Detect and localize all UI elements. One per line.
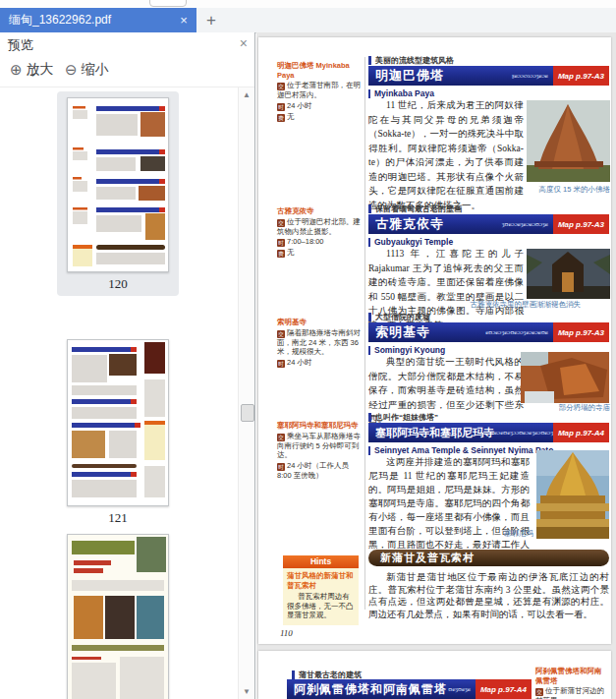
- sidebar-scrollbar[interactable]: ▲ ▼: [238, 87, 254, 699]
- margin-note-gubyaukgyi: 古雅克依寺 交位于明迦巴村北部。建筑物内禁止摄影。 时7:00–18:00 费无: [277, 206, 362, 258]
- hints-body: 普瓦索村周边有很多佛塔，无一不凸显蒲甘景观。: [283, 590, 359, 625]
- pdf-page-121-partial: 蒲甘最古老的建筑 阿刹佩雷佛塔和阿南佩雷塔 ʊɕȝʊɕȝɕ Map p.97-A…: [258, 651, 611, 699]
- thumbnail-image-120[interactable]: [67, 97, 169, 272]
- map-badge: Map p.97-A4: [476, 679, 532, 699]
- section-title: 索明基寺: [368, 323, 430, 341]
- newbagan-banner: 新蒲甘及普瓦索村: [368, 550, 609, 566]
- margin-title: 索明基寺: [277, 318, 362, 327]
- margin-note-myinkaba: 明迦巴佛塔 Myinkaba Paya 交位于老蒲甘南部，在明迦巴村落内。 时2…: [277, 61, 362, 122]
- zoom-in-icon: ⊕: [10, 61, 23, 79]
- transport-icon: 交: [277, 330, 285, 338]
- margin-title: 古雅克依寺: [277, 206, 362, 216]
- section-title: 阿刹佩雷佛塔和阿南佩雷塔: [287, 681, 447, 698]
- hints-label: Hints: [283, 555, 359, 568]
- thumbnail-mini-121: [68, 340, 168, 505]
- hours-icon: 时: [277, 360, 285, 368]
- section-name-en: Myinkaba Paya: [368, 89, 434, 98]
- margin-text: 24 小时: [287, 358, 311, 367]
- map-badge: Map p.97-A3: [553, 66, 609, 86]
- margin-line: 交位于老蒲甘南部，在明迦巴村落内。: [277, 81, 362, 100]
- burmese-script: ʂɕɔɔcoɔɔȝɕɔɕ: [444, 72, 553, 80]
- thumbnail-image-122[interactable]: [67, 534, 169, 699]
- transport-icon: 交: [277, 219, 285, 227]
- margin-text: 位于新蒲甘河边的村落里，: [535, 686, 604, 699]
- fee-icon: 费: [277, 250, 285, 258]
- section-name-en: Gubyaukgyi Temple: [368, 238, 453, 247]
- section-tagline: 保留着缅甸最古老的壁画: [368, 204, 462, 213]
- map-badge: Map p.97-A3: [553, 214, 609, 234]
- margin-line: 交位于明迦巴村北部。建筑物内禁止摄影。: [277, 217, 362, 237]
- pdf-content-area[interactable]: 明迦巴佛塔 Myinkaba Paya 交位于老蒲甘南部，在明迦巴村落内。 时2…: [256, 32, 616, 699]
- transport-icon: 交: [277, 434, 285, 441]
- margin-note-seinnyet: 塞耶阿玛寺和塞耶尼玛寺 交乘坐马车从那格雍塔寺向南行驶约 5 分钟即可到达。 时…: [277, 421, 362, 480]
- section-tagline: 美丽的流线型建筑风格: [368, 56, 454, 65]
- section-banner-gubyaukgyi: 古雅克依寺 ȝʊɕɔɔɕȝɕɔɕɔʊɔȝɕ Map p.97-A3: [368, 214, 609, 234]
- thumbnail-page-120[interactable]: 120: [57, 91, 179, 296]
- section-title: 明迦巴佛塔: [368, 67, 444, 85]
- margin-text: 24 小时: [287, 101, 311, 110]
- zoom-in-button[interactable]: ⊕ 放大: [10, 61, 54, 79]
- section-tagline: 大型僧院的废墟: [368, 313, 430, 321]
- margin-text: 无: [287, 112, 295, 121]
- section-banner-seinnyet: 塞耶阿玛寺和塞耶尼玛寺 ɕɔɕʊɕȝɔɔʊɕɔɕȝɕɔʊɕɔȝɕɔɕ Map p…: [368, 423, 609, 442]
- section-banner-somingyi: 索明基寺 ɕʊɔɕɔȝɕɔʊɕɔɔȝɕɔɕɔɕʊɕ Map p.97-A3: [368, 322, 609, 342]
- clipped-top-button[interactable]: [149, 0, 187, 7]
- sidebar-close-icon[interactable]: ×: [240, 35, 248, 51]
- tab-close-icon[interactable]: ×: [174, 13, 194, 28]
- burmese-script: ɕʊɔɕɔȝɕɔʊɕɔɔȝɕɔɕɔɕʊɕ: [430, 328, 553, 336]
- zoom-out-label: 缩小: [82, 61, 109, 79]
- margin-text: 无: [287, 248, 295, 257]
- new-tab-button[interactable]: +: [198, 8, 224, 32]
- section-name-en: Seinnyet Ama Temple & Seinnyet Nyima Pat…: [368, 446, 553, 455]
- section-body: 11 世纪，后来成为君王的阿奴律陀在与其同父异母的兄弟须迦帝（Sokka-te）…: [368, 98, 524, 187]
- hours-icon: 时: [277, 103, 285, 111]
- scroll-down-arrow[interactable]: ▼: [239, 687, 254, 696]
- section-body: 1113 年，江喜陀王的儿子 Rajakumar 王为了追悼死去的父王而建的砖造…: [368, 247, 524, 299]
- tab-title: 缅甸_13622962.pdf: [0, 12, 174, 29]
- margin-line: 费无: [277, 248, 362, 258]
- margin-line: 时7:00–18:00: [277, 237, 362, 247]
- tab-pdf[interactable]: 缅甸_13622962.pdf ×: [0, 8, 196, 32]
- fee-icon: 费: [277, 114, 285, 122]
- thumbnail-label-120: 120: [57, 276, 179, 292]
- margin-note-somingyi: 索明基寺 交隔着那格雍塔寺南斜对面，南北 24 米，东西 36 米，规模很大。 …: [277, 318, 362, 368]
- thumbnail-page-121[interactable]: 121: [57, 333, 179, 528]
- thumbnail-page-122[interactable]: 122: [57, 528, 179, 699]
- zoom-out-button[interactable]: ⊖ 缩小: [65, 61, 109, 79]
- transport-icon: 交: [277, 83, 285, 90]
- sidebar-title: 预览: [8, 36, 33, 54]
- margin-title: 塞耶阿玛寺和塞耶尼玛寺: [277, 421, 362, 431]
- photo-caption: 高度仅 15 米的小佛塔: [455, 185, 610, 195]
- transport-icon: 交: [535, 688, 543, 696]
- photo-gubyaukgyi-temple: [527, 249, 610, 299]
- margin-title: 明迦巴佛塔 Myinkaba Paya: [277, 61, 362, 80]
- section-tagline: 也叫作“姐妹佛塔”: [368, 413, 438, 422]
- newbagan-body: 新蒲甘是蒲甘地区位于最南边的伊洛瓦底江边的村庄。普瓦索村位于老蒲甘东南约 3 公…: [368, 571, 609, 622]
- section-tagline: 蒲甘最古老的建筑: [292, 670, 362, 679]
- margin-text: 24 小时（工作人员 8:00 至傍晚）: [277, 461, 349, 480]
- photo-seinnyet-nyima-stupa: [536, 450, 609, 539]
- sidebar-toolbar: ⊕ 放大 ⊖ 缩小: [0, 56, 254, 87]
- margin-text: 隔着那格雍塔寺南斜对面，南北 24 米，东西 36 米，规模很大。: [277, 328, 361, 357]
- section-banner-apeyadana: 阿刹佩雷佛塔和阿南佩雷塔 ʊɕȝʊɕȝɕ Map p.97-A4: [287, 679, 532, 699]
- hints-box: Hints 蒲甘风格的新蒲甘和普瓦索村 普瓦索村周边有很多佛塔，无一不凸显蒲甘景…: [283, 555, 359, 625]
- margin-text: 乘坐马车从那格雍塔寺向南行驶约 5 分钟即可到达。: [277, 432, 361, 460]
- pdf-page-120: 明迦巴佛塔 Myinkaba Paya 交位于老蒲甘南部，在明迦巴村落内。 时2…: [258, 37, 611, 644]
- preview-sidebar: 预览 × ⊕ 放大 ⊖ 缩小: [0, 32, 255, 699]
- thumbnail-image-121[interactable]: [67, 339, 169, 506]
- map-badge: Map p.97-A3: [553, 322, 609, 342]
- newbagan-title: 新蒲甘及普瓦索村: [368, 551, 475, 565]
- scrollbar-thumb[interactable]: [241, 404, 254, 422]
- thumbnail-list: 120: [0, 87, 238, 699]
- margin-line: 时24 小时: [277, 358, 362, 368]
- scroll-up-arrow[interactable]: ▲: [239, 90, 254, 99]
- burmese-script: ȝʊɕɔɔɕȝɕɔɕɔʊɔȝɕ: [444, 220, 553, 228]
- hours-icon: 时: [277, 239, 285, 247]
- section-body: 典型的蒲甘统一王朝时代风格的僧院。大部分僧院都是木结构，不易保存，而索明基寺是砖…: [368, 355, 524, 399]
- photo-somingyi-ruins: [521, 352, 609, 403]
- section-title: 古雅克依寺: [368, 215, 444, 233]
- burmese-script: ʊɕȝʊɕȝɕ: [447, 685, 476, 693]
- thumbnail-mini-122: [68, 535, 168, 699]
- page-folio: 110: [280, 628, 293, 638]
- thumbnail-mini-120: [68, 98, 168, 271]
